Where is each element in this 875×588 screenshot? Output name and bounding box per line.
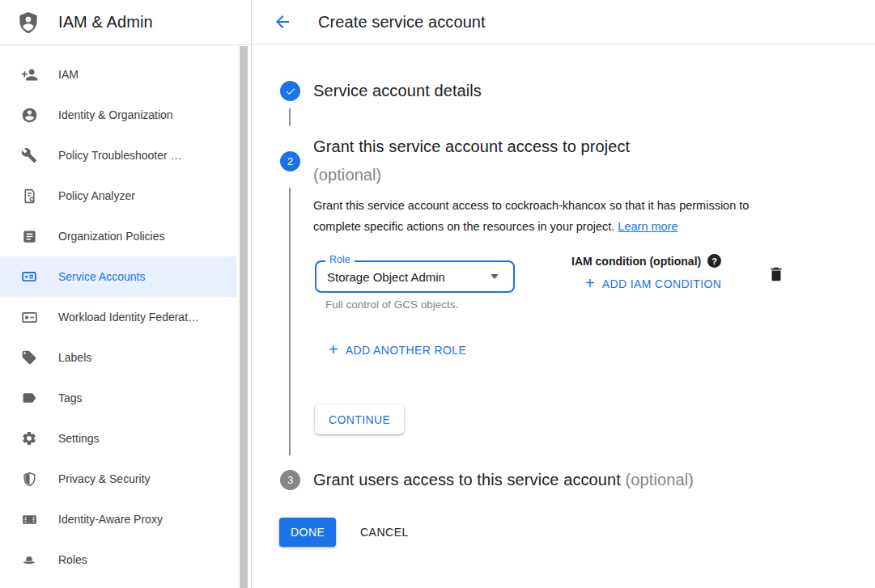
sidebar-nav: IAM Identity & Organization Policy Troub… bbox=[0, 45, 251, 580]
add-iam-condition-label: ADD IAM CONDITION bbox=[602, 277, 722, 290]
page-title: Create service account bbox=[318, 13, 486, 32]
sidebar-item-identity-aware-proxy[interactable]: Identity-Aware Proxy bbox=[0, 499, 236, 539]
iam-admin-shield-icon bbox=[16, 10, 40, 36]
sidebar-item-label: Workload Identity Federat… bbox=[58, 311, 199, 324]
sidebar-item-service-accounts[interactable]: Service Accounts bbox=[0, 256, 236, 297]
role-field-label: Role bbox=[325, 254, 355, 265]
proxy-icon bbox=[19, 510, 39, 529]
main-panel: Create service account Service account d… bbox=[252, 0, 875, 588]
sidebar-item-label: Service Accounts bbox=[58, 270, 145, 283]
sidebar-header: IAM & Admin bbox=[0, 0, 251, 45]
arrow-left-icon bbox=[273, 12, 292, 32]
learn-more-link[interactable]: Learn more bbox=[618, 220, 677, 233]
document-search-icon bbox=[19, 186, 39, 205]
help-icon[interactable]: ? bbox=[707, 254, 721, 268]
tag-arrow-icon bbox=[19, 388, 39, 408]
continue-button[interactable]: CONTINUE bbox=[315, 404, 404, 434]
add-another-role-button[interactable]: + ADD ANOTHER ROLE bbox=[322, 341, 473, 359]
sidebar-item-label: Organization Policies bbox=[58, 230, 165, 243]
sidebar-scrollbar[interactable] bbox=[240, 46, 248, 588]
sidebar-item-privacy-security[interactable]: Privacy & Security bbox=[0, 459, 236, 499]
step1-check-circle bbox=[280, 81, 300, 101]
sidebar-item-organization-policies[interactable]: Organization Policies bbox=[0, 216, 236, 256]
service-account-icon bbox=[19, 267, 39, 286]
cancel-button[interactable]: CANCEL bbox=[354, 518, 415, 547]
chevron-down-icon bbox=[491, 274, 499, 279]
back-button[interactable] bbox=[273, 12, 292, 32]
trash-icon bbox=[767, 265, 787, 283]
sidebar-item-tags[interactable]: Tags bbox=[0, 378, 236, 418]
step2-description: Grant this service account access to coc… bbox=[313, 196, 794, 237]
sidebar-item-label: Tags bbox=[58, 391, 83, 404]
step2-title: Grant this service account access to pro… bbox=[313, 133, 630, 161]
done-button[interactable]: DONE bbox=[279, 518, 336, 547]
label-tag-icon bbox=[19, 348, 39, 367]
id-card-icon bbox=[19, 307, 39, 327]
step3-number-circle: 3 bbox=[280, 470, 300, 490]
step3-heading: Grant users access to this service accou… bbox=[313, 471, 694, 489]
sidebar-title: IAM & Admin bbox=[58, 13, 153, 32]
sidebar-item-label: Settings bbox=[58, 432, 100, 445]
article-icon bbox=[19, 226, 39, 246]
step2-optional-label: (optional) bbox=[313, 161, 630, 189]
delete-role-button[interactable] bbox=[767, 264, 787, 284]
sidebar-item-label: Roles bbox=[58, 553, 87, 566]
add-iam-condition-button[interactable]: + ADD IAM CONDITION bbox=[579, 275, 728, 293]
role-helper-text: Full control of GCS objects. bbox=[325, 298, 458, 311]
plus-icon: + bbox=[585, 275, 595, 291]
step3-optional-label: (optional) bbox=[626, 471, 694, 489]
step2-number-circle: 2 bbox=[280, 151, 300, 171]
step-connector-line bbox=[289, 188, 291, 455]
sidebar-item-label: Labels bbox=[58, 351, 91, 364]
sidebar-item-identity-organization[interactable]: Identity & Organization bbox=[0, 95, 236, 135]
add-another-role-label: ADD ANOTHER ROLE bbox=[346, 344, 467, 357]
sidebar: IAM & Admin IAM Identity & Organization … bbox=[0, 0, 252, 588]
main-header: Create service account bbox=[252, 0, 875, 44]
iam-condition-label: IAM condition (optional) bbox=[571, 255, 701, 268]
sidebar-item-policy-analyzer[interactable]: Policy Analyzer bbox=[0, 176, 236, 216]
sidebar-item-label: Privacy & Security bbox=[58, 472, 151, 485]
sidebar-item-label: IAM bbox=[58, 68, 79, 81]
step3-title: Grant users access to this service accou… bbox=[313, 471, 621, 489]
hat-icon bbox=[19, 550, 39, 569]
sidebar-item-roles[interactable]: Roles bbox=[0, 539, 236, 580]
sidebar-item-settings[interactable]: Settings bbox=[0, 418, 236, 459]
sidebar-item-workload-identity-federation[interactable]: Workload Identity Federat… bbox=[0, 297, 236, 337]
check-icon bbox=[285, 86, 296, 97]
step2-row: 2 Grant this service account access to p… bbox=[280, 133, 630, 189]
iam-condition-row: IAM condition (optional) ? bbox=[571, 254, 721, 268]
shield-icon bbox=[19, 469, 39, 489]
plus-icon: + bbox=[329, 341, 338, 357]
step1-title: Service account details bbox=[313, 82, 482, 100]
account-circle-icon bbox=[19, 105, 39, 125]
role-selected-value: Storage Object Admin bbox=[327, 270, 445, 284]
step2-description-text: Grant this service account access to coc… bbox=[313, 199, 749, 233]
sidebar-item-iam[interactable]: IAM bbox=[0, 54, 236, 95]
step2-heading: Grant this service account access to pro… bbox=[313, 133, 630, 189]
gear-icon bbox=[19, 429, 39, 448]
step1-row: Service account details bbox=[280, 81, 482, 101]
sidebar-item-label: Policy Analyzer bbox=[58, 189, 135, 202]
role-dropdown[interactable]: Role Storage Object Admin bbox=[315, 260, 515, 293]
person-add-icon bbox=[19, 65, 39, 84]
wrench-icon bbox=[19, 146, 39, 165]
sidebar-item-label: Identity-Aware Proxy bbox=[58, 513, 163, 526]
sidebar-item-label: Policy Troubleshooter … bbox=[58, 149, 182, 162]
sidebar-item-policy-troubleshooter[interactable]: Policy Troubleshooter … bbox=[0, 135, 236, 176]
sidebar-item-label: Identity & Organization bbox=[58, 108, 173, 121]
sidebar-item-labels[interactable]: Labels bbox=[0, 337, 236, 378]
step-connector-line bbox=[289, 108, 291, 126]
step3-row: 3 Grant users access to this service acc… bbox=[280, 470, 694, 490]
